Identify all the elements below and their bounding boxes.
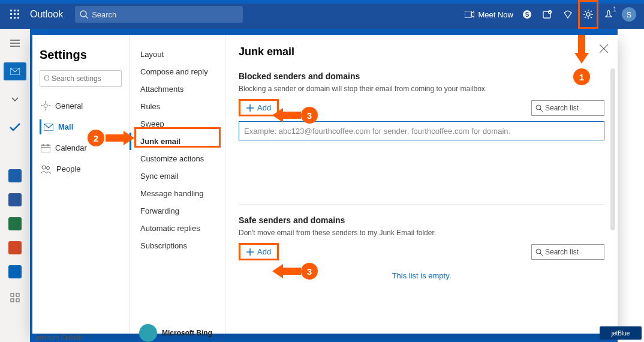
sub-sync-email[interactable]: Sync email (130, 167, 225, 185)
sub-automatic-replies[interactable]: Automatic replies (130, 220, 225, 237)
category-people[interactable]: People (40, 161, 122, 176)
blocked-add-button[interactable]: Add (239, 99, 279, 116)
notifications-icon[interactable]: 1 (598, 0, 619, 29)
settings-search-input[interactable] (52, 74, 118, 83)
search-icon (80, 10, 88, 19)
blocked-desc: Blocking a sender or domain will stop th… (239, 85, 604, 93)
video-icon (465, 11, 474, 18)
new-mail-button[interactable] (4, 62, 26, 80)
settings-main-panel: Junk email Blocked senders and domains B… (225, 35, 618, 334)
premium-text: premium Outlook (36, 334, 82, 341)
blocked-search-list[interactable]: Search list (531, 100, 604, 116)
excel-tile-icon[interactable] (8, 217, 22, 230)
more-apps-icon[interactable] (5, 289, 25, 306)
blocked-heading: Blocked senders and domains (239, 71, 604, 81)
teams-icon[interactable] (537, 0, 558, 29)
svg-rect-0 (10, 10, 12, 11)
chevron-down-icon[interactable] (5, 91, 25, 108)
svg-point-48 (47, 166, 50, 169)
svg-line-36 (49, 80, 49, 82)
svg-line-58 (540, 253, 543, 256)
close-button[interactable] (600, 44, 608, 55)
sub-junk-email[interactable]: Junk email (130, 133, 225, 150)
safe-list-empty: This list is empty. (239, 271, 604, 280)
svg-point-47 (42, 166, 46, 169)
safe-search-list[interactable]: Search list (531, 244, 604, 260)
sub-compose-reply[interactable]: Compose and reply (130, 63, 225, 80)
category-label: General (55, 101, 83, 110)
plus-icon (246, 104, 254, 112)
bing-row: Microsoft Bing (139, 324, 212, 342)
svg-rect-31 (11, 293, 14, 296)
svg-line-22 (591, 17, 592, 18)
svg-rect-34 (16, 299, 19, 302)
sub-sweep[interactable]: Sweep (130, 115, 225, 133)
svg-point-9 (80, 11, 86, 17)
account-avatar[interactable]: S (619, 0, 639, 29)
settings-title: Settings (40, 48, 122, 62)
safe-add-button[interactable]: Add (239, 243, 279, 260)
svg-rect-33 (11, 299, 14, 302)
plus-icon (246, 248, 254, 256)
page-title: Junk email (239, 46, 604, 58)
settings-gear-icon[interactable] (578, 0, 598, 29)
section-divider (239, 204, 604, 205)
svg-rect-4 (14, 13, 16, 15)
word-tile-icon[interactable] (8, 193, 22, 206)
svg-rect-2 (17, 10, 19, 11)
svg-rect-5 (17, 13, 19, 15)
settings-categories-panel: Settings General Mail Calendar People (32, 35, 130, 334)
svg-point-15 (549, 11, 552, 14)
svg-line-24 (585, 17, 586, 18)
sub-message-handling[interactable]: Message handling (130, 185, 225, 202)
diamond-icon[interactable] (558, 0, 578, 29)
global-search-input[interactable] (92, 10, 224, 19)
sub-rules[interactable]: Rules (130, 98, 225, 115)
category-calendar[interactable]: Calendar (40, 140, 122, 155)
outlook-tile-icon[interactable] (8, 169, 22, 182)
svg-text:S: S (525, 11, 529, 18)
onedrive-tile-icon[interactable] (8, 265, 22, 278)
svg-point-53 (536, 105, 541, 110)
people-icon (41, 165, 52, 173)
category-general[interactable]: General (40, 98, 122, 113)
svg-rect-1 (14, 10, 16, 11)
sub-subscriptions[interactable]: Subscriptions (130, 237, 225, 254)
blocked-sender-input[interactable] (239, 121, 604, 140)
mail-icon (44, 124, 53, 131)
jetblue-ad: jetBlue (600, 326, 642, 340)
safe-desc: Don't move email from these senders to m… (239, 229, 604, 237)
notification-badge: 1 (613, 6, 616, 13)
svg-line-54 (540, 109, 543, 112)
settings-search[interactable] (40, 70, 122, 87)
scrollbar[interactable] (610, 68, 615, 230)
category-label: Calendar (55, 143, 87, 152)
skype-icon[interactable]: S (517, 0, 537, 29)
sub-customize-actions[interactable]: Customize actions (130, 150, 225, 167)
svg-point-37 (44, 104, 47, 107)
svg-rect-11 (465, 11, 471, 18)
search-list-label: Search list (545, 104, 579, 112)
sub-layout[interactable]: Layout (130, 46, 225, 63)
sub-attachments[interactable]: Attachments (130, 80, 225, 98)
app-launcher-icon[interactable] (0, 10, 30, 19)
close-icon (600, 44, 608, 53)
hamburger-icon[interactable] (5, 35, 25, 52)
add-label: Add (257, 103, 271, 112)
svg-rect-43 (41, 145, 50, 152)
meet-now-button[interactable]: Meet Now (465, 10, 513, 19)
bing-avatar-icon (139, 324, 157, 342)
svg-point-57 (536, 249, 541, 254)
sub-forwarding[interactable]: Forwarding (130, 202, 225, 220)
category-mail[interactable]: Mail (40, 119, 122, 134)
svg-line-10 (86, 16, 88, 19)
task-check-icon[interactable] (5, 119, 25, 136)
svg-rect-3 (10, 13, 12, 15)
global-search[interactable] (75, 6, 243, 23)
left-dock (0, 29, 30, 342)
app-header: Outlook Meet Now S 1 S (0, 0, 644, 29)
header-right: Meet Now S 1 S (465, 0, 644, 29)
category-label: Mail (58, 122, 73, 131)
bing-label: Microsoft Bing (162, 329, 212, 337)
powerpoint-tile-icon[interactable] (8, 241, 22, 254)
